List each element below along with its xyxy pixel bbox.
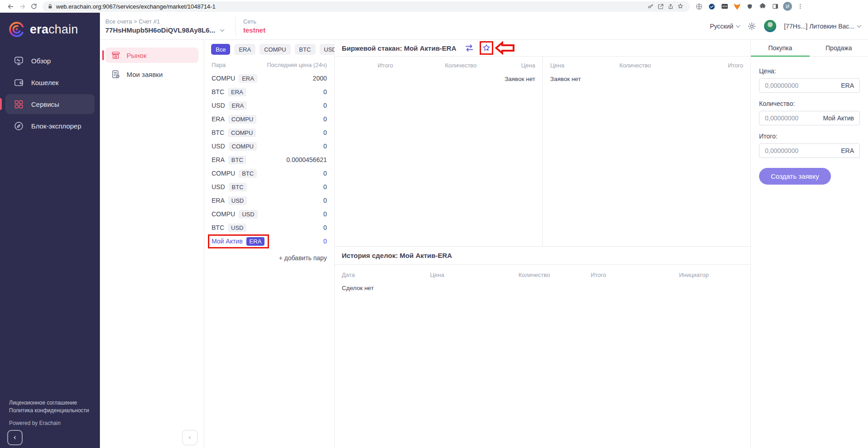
swap-pair-icon[interactable] [464,43,474,53]
browser-address-bar[interactable]: web.erachain.org:9067/services/exchange/… [42,1,690,12]
sidebar-item-services[interactable]: Сервисы [5,94,94,114]
services-nav-collapse-button[interactable] [182,430,198,445]
metamask-fox-icon[interactable] [732,2,742,11]
share-icon[interactable] [665,1,675,11]
bookmark-star-icon[interactable] [675,1,685,11]
history-title: История сделок: Мой Актив-ERA [342,252,452,259]
extensions-puzzle-icon[interactable] [758,2,767,11]
column-pair: Пара [212,62,226,68]
pair-base-asset: USD [212,102,225,109]
pair-last-price: 0 [323,224,327,231]
pair-row[interactable]: BTCERA0 [212,85,327,99]
browser-back-button[interactable] [5,0,16,12]
pair-quote-chip: COMPU [229,142,257,151]
pair-name: ERABTC [212,156,246,164]
user-avatar[interactable] [764,20,776,32]
pairs-rows: COMPUERA2000BTCERA0USDERA0ERACOMPU0BTCCO… [204,68,334,248]
annotation-arrow-left [495,41,515,55]
side-panel-icon[interactable] [770,2,780,11]
sidebar-item-label: Кошелек [31,79,59,86]
filter-chip-3[interactable]: BTC [295,44,316,55]
privacy-link[interactable]: Политика конфиденциальности [9,407,89,415]
pair-row[interactable]: USDCOMPU0 [212,139,327,153]
settings-gear-icon[interactable] [747,22,756,31]
field-label: Цена: [759,67,860,75]
pair-name: COMPUBTC [212,169,257,178]
pair-row[interactable]: ERACOMPU0 [212,112,327,126]
open-in-window-icon[interactable] [656,1,665,11]
pair-last-price: 0.0000456621 [286,156,327,163]
pair-row[interactable]: USDBTC0 [212,180,327,194]
app-header: Все счета > Счет #1 77HsHMupb5H6oDiQVL98… [100,13,868,40]
tab-buy[interactable]: Покупка [751,40,810,56]
browser-reload-button[interactable] [28,0,40,12]
network-block: Сеть testnet [243,18,265,34]
create-order-button[interactable]: Создать заявку [759,168,831,185]
language-selector[interactable]: Русский [710,23,740,30]
pair-row[interactable]: COMPUUSD0 [212,207,327,221]
filter-chip-1[interactable]: ERA [234,44,255,55]
sidebar-collapse-button[interactable] [7,430,23,445]
sidebar-item-label: Блок-эксплорер [31,122,81,130]
pair-row[interactable]: BTCCOMPU0 [212,126,327,139]
globe-extension-icon[interactable] [694,2,704,11]
user-menu[interactable]: [77Hs...] Литовкин Вас... [784,23,861,30]
pair-quote-chip: ERA [239,74,257,83]
nav-item-market[interactable]: Рынок [105,48,198,63]
browser-menu-dots-icon[interactable] [795,2,805,11]
pairs-table-header: Пара Последняя цена (24ч) [204,55,334,68]
nav-item-label: Мои заявки [127,71,163,78]
field-input[interactable]: 0,00000000Мой Актив [759,111,860,125]
account-selector[interactable]: Все счета > Счет #1 77HsHMupb5H6oDiQVL98… [100,18,236,34]
erachain-logo[interactable]: erachain [0,13,100,38]
chevron-down-icon [220,27,224,32]
pair-row[interactable]: COMPUERA2000 [212,71,327,85]
password-key-icon[interactable] [646,1,656,11]
trade-panel: Покупка Продажа Цена:0,00000000ERAКоличе… [750,40,868,448]
user-name: [77Hs...] Литовкин Вас... [784,23,854,30]
pair-last-price: 0 [323,238,327,245]
check-badge-extension-icon[interactable] [707,2,717,11]
field-label: Количество: [759,100,860,107]
browser-chrome: web.erachain.org:9067/services/exchange/… [0,0,868,13]
orderbook-col-header: Количество [589,62,681,69]
license-link[interactable]: Лицензионное соглашение [9,399,89,407]
filter-chip-2[interactable]: COMPU [259,44,290,55]
favorite-star-remove-icon[interactable] [482,43,491,52]
sidebar-item-wallet[interactable]: Кошелек [5,72,94,92]
main-content: Биржевой стакан: Мой Актив-ERA ИтогоКоли… [335,40,750,448]
field-input[interactable]: 0,00000000ERA [759,143,860,158]
new-badge-extension-icon[interactable]: NEW [720,2,729,11]
field-value: 0,00000000 [765,147,798,154]
pair-row[interactable]: USDERA0 [212,99,327,112]
field-input[interactable]: 0,00000000ERA [759,78,860,93]
pair-row[interactable]: BTCUSD0 [212,221,327,234]
tab-sell[interactable]: Продажа [810,40,868,56]
pair-base-asset: USD [212,143,225,150]
erachain-logo-icon [8,21,25,38]
pair-row[interactable]: ERAUSD0 [212,194,327,207]
pair-row[interactable]: COMPUBTC0 [212,167,327,180]
orderbook: ИтогоКоличествоЦена Заявок нет ЦенаКолич… [335,57,750,247]
add-pair-link[interactable]: + добавить пару [204,248,334,262]
nav-item-my-orders[interactable]: Мои заявки [105,67,198,82]
pair-name: BTCERA [212,88,246,96]
pair-quote-chip: USD [239,210,257,219]
sidebar-item-block-explorer[interactable]: Блок-эксплорер [5,116,94,136]
history-col-header: Итого [591,272,679,278]
pair-row[interactable]: ERABTC0.0000456621 [212,153,327,167]
chevron-left-icon [187,434,193,441]
history-col-header: Количество [519,272,591,278]
pair-row[interactable]: Мой АктивERA0 [212,234,327,248]
filter-chip-0[interactable]: Все [211,44,230,55]
network-label: Сеть [243,18,265,25]
shield-extension-icon[interactable] [745,2,755,11]
browser-forward-button[interactable] [16,0,28,12]
pair-quote-chip: COMPU [228,129,256,137]
browser-profile-avatar[interactable]: И [783,2,792,11]
pair-name: USDERA [212,101,247,110]
pair-base-asset: COMPU [212,75,235,82]
orderbook-cols-left: ИтогоКоличествоЦена [335,57,542,69]
pair-base-asset: BTC [212,224,224,231]
sidebar-item-overview[interactable]: Обзор [5,51,94,71]
